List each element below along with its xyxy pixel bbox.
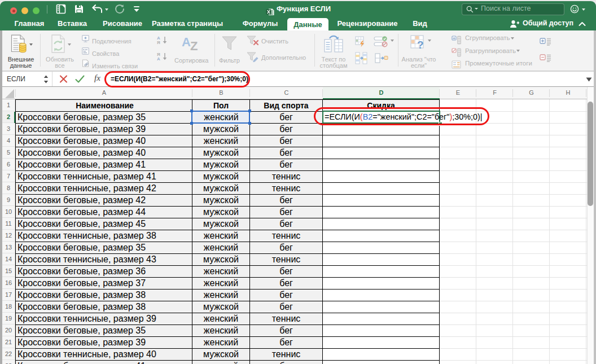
svg-text:?: ? bbox=[417, 39, 424, 51]
